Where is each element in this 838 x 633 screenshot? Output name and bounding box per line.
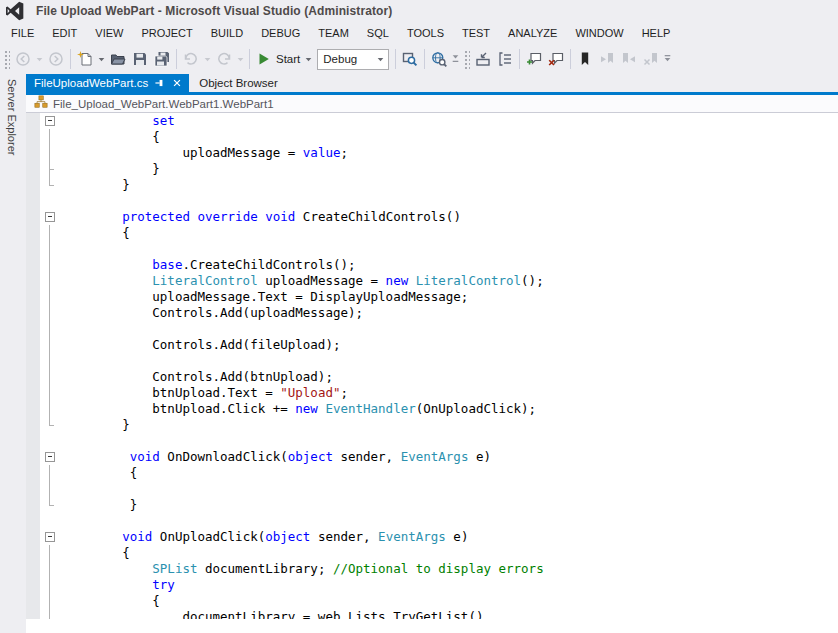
menu-view[interactable]: VIEW: [86, 23, 132, 43]
menu-window[interactable]: WINDOW: [566, 23, 632, 43]
code-text[interactable]: set: [62, 113, 175, 129]
breadcrumb[interactable]: File_Upload_WebPart.WebPart1.WebPart1: [26, 95, 838, 113]
code-text[interactable]: void OnUploadClick(object sender, EventA…: [62, 529, 468, 545]
prev-bookmark-button[interactable]: [596, 47, 618, 71]
next-bookmark-button[interactable]: [618, 47, 640, 71]
fold-collapse-box[interactable]: [40, 113, 62, 129]
menu-build[interactable]: BUILD: [202, 23, 252, 43]
code-line[interactable]: }: [26, 161, 838, 177]
code-line[interactable]: {: [26, 129, 838, 145]
code-line[interactable]: [26, 241, 838, 257]
code-text[interactable]: }: [62, 177, 130, 193]
dropdown-caret-icon[interactable]: [202, 47, 213, 71]
menu-team[interactable]: TEAM: [309, 23, 358, 43]
outline-button[interactable]: [494, 47, 516, 71]
code-text[interactable]: {: [62, 465, 137, 481]
code-text[interactable]: {: [62, 545, 130, 561]
redo-button[interactable]: [213, 47, 235, 71]
code-line[interactable]: [26, 321, 838, 337]
code-line[interactable]: [26, 353, 838, 369]
menu-project[interactable]: PROJECT: [132, 23, 201, 43]
open-file-button[interactable]: [107, 47, 129, 71]
code-line[interactable]: Controls.Add(fileUpload);: [26, 337, 838, 353]
start-debug-button[interactable]: Start: [253, 47, 303, 71]
code-line[interactable]: void OnDownloadClick(object sender, Even…: [26, 449, 838, 465]
code-text[interactable]: {: [62, 593, 160, 609]
code-line[interactable]: uploadMessage.Text = DisplayUploadMessag…: [26, 289, 838, 305]
code-line[interactable]: {: [26, 545, 838, 561]
code-line[interactable]: }: [26, 497, 838, 513]
code-line[interactable]: }: [26, 417, 838, 433]
code-text[interactable]: SPList documentLibrary; //Optional to di…: [62, 561, 544, 577]
tab-fileuploadwebpart-cs[interactable]: FileUploadWebPart.cs: [26, 74, 189, 92]
code-line[interactable]: [26, 513, 838, 529]
code-line[interactable]: set: [26, 113, 838, 129]
menu-debug[interactable]: DEBUG: [252, 23, 309, 43]
tab-object-browser[interactable]: Object Browser: [189, 74, 288, 92]
code-line[interactable]: uploadMessage = value;: [26, 145, 838, 161]
code-text[interactable]: }: [62, 417, 130, 433]
delete-comment-button[interactable]: [545, 47, 567, 71]
code-line[interactable]: documentLibrary = web.Lists.TryGetList(): [26, 609, 838, 619]
code-line[interactable]: [26, 481, 838, 497]
code-text[interactable]: }: [62, 497, 137, 513]
toolbar-grip[interactable]: [3, 49, 10, 69]
save-all-button[interactable]: [151, 47, 173, 71]
close-icon[interactable]: [172, 78, 182, 88]
code-line[interactable]: try: [26, 577, 838, 593]
code-text[interactable]: base.CreateChildControls();: [62, 257, 356, 273]
code-text[interactable]: uploadMessage = value;: [62, 145, 348, 161]
dropdown-caret-icon[interactable]: [34, 47, 45, 71]
code-line[interactable]: protected override void CreateChildContr…: [26, 209, 838, 225]
menu-help[interactable]: HELP: [633, 23, 680, 43]
menu-edit[interactable]: EDIT: [43, 23, 86, 43]
toolbar-overflow-icon[interactable]: [662, 47, 673, 71]
code-line[interactable]: }: [26, 177, 838, 193]
toolbar-grip[interactable]: [463, 49, 470, 69]
nav-back-button[interactable]: [12, 47, 34, 71]
dropdown-caret-icon[interactable]: [450, 47, 461, 71]
save-button[interactable]: [129, 47, 151, 71]
fold-collapse-box[interactable]: [40, 529, 62, 545]
undo-button[interactable]: [180, 47, 202, 71]
code-text[interactable]: documentLibrary = web.Lists.TryGetList(): [62, 609, 483, 619]
nav-forward-button[interactable]: [45, 47, 67, 71]
code-text[interactable]: try: [62, 577, 175, 593]
code-line[interactable]: LiteralControl uploadMessage = new Liter…: [26, 273, 838, 289]
code-text[interactable]: protected override void CreateChildContr…: [62, 209, 461, 225]
code-line[interactable]: base.CreateChildControls();: [26, 257, 838, 273]
code-text[interactable]: btnUpload.Click += new EventHandler(OnUp…: [62, 401, 536, 417]
menu-file[interactable]: FILE: [2, 23, 43, 43]
code-text[interactable]: LiteralControl uploadMessage = new Liter…: [62, 273, 544, 289]
code-line[interactable]: {: [26, 465, 838, 481]
code-line[interactable]: Controls.Add(btnUpload);: [26, 369, 838, 385]
fold-collapse-box[interactable]: [40, 209, 62, 225]
dropdown-caret-icon[interactable]: [303, 47, 314, 71]
dropdown-caret-icon[interactable]: [235, 47, 246, 71]
menu-tools[interactable]: TOOLS: [398, 23, 453, 43]
move-into-button[interactable]: [472, 47, 494, 71]
code-line[interactable]: btnUpload.Text = "Upload";: [26, 385, 838, 401]
code-text[interactable]: {: [62, 129, 160, 145]
code-line[interactable]: {: [26, 593, 838, 609]
menu-sql[interactable]: SQL: [358, 23, 398, 43]
code-line[interactable]: Controls.Add(uploadMessage);: [26, 305, 838, 321]
bookmark-button[interactable]: [574, 47, 596, 71]
fold-collapse-box[interactable]: [40, 449, 62, 465]
code-line[interactable]: {: [26, 225, 838, 241]
add-comment-button[interactable]: [523, 47, 545, 71]
code-line[interactable]: void OnUploadClick(object sender, EventA…: [26, 529, 838, 545]
code-line[interactable]: [26, 193, 838, 209]
code-line[interactable]: SPList documentLibrary; //Optional to di…: [26, 561, 838, 577]
new-file-button[interactable]: [74, 47, 96, 71]
code-line[interactable]: [26, 433, 838, 449]
code-editor[interactable]: set { uploadMessage = value; } } protect…: [26, 113, 838, 633]
clear-bookmarks-button[interactable]: [640, 47, 662, 71]
dropdown-caret-icon[interactable]: [96, 47, 107, 71]
menu-test[interactable]: TEST: [453, 23, 499, 43]
code-text[interactable]: btnUpload.Text = "Upload";: [62, 385, 348, 401]
find-in-files-button[interactable]: [399, 47, 421, 71]
code-text[interactable]: {: [62, 225, 130, 241]
code-line[interactable]: btnUpload.Click += new EventHandler(OnUp…: [26, 401, 838, 417]
solution-configuration-select[interactable]: Debug: [317, 49, 389, 70]
